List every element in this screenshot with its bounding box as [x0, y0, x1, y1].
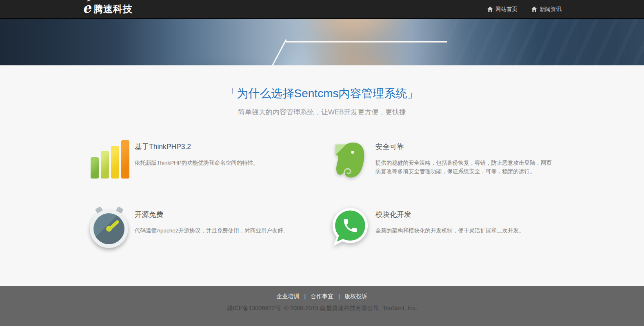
- nav-item-news[interactable]: 新闻资讯: [531, 6, 562, 13]
- decorative-horizontal-line: [286, 41, 447, 42]
- feature-modular: 模块化开发 全新的架构和模块化的开发机制，便于灵活扩展和二次开发。: [322, 207, 562, 247]
- feature-description: 代码遵循Apache2开源协议，并且免费使用，对商业用户友好。: [135, 226, 289, 235]
- feature-grid: 基于ThinkPHP3.2 依托新版ThinkPHP的功能优势和命名空间的特性。…: [82, 139, 562, 247]
- site-header: e 腾速科技 网站首页 新闻资讯: [0, 0, 644, 19]
- feature-thinkphp: 基于ThinkPHP3.2 依托新版ThinkPHP的功能优势和命名空间的特性。: [82, 139, 322, 179]
- feature-security: 安全可靠 提供的稳健的安全策略，包括备份恢复，容错，防止恶意攻击登陆，网页防篡改…: [322, 139, 562, 179]
- main-section: 「为什么选择Sentcms内容管理系统」 简单强大的内容管理系统，让WEB开发更…: [0, 65, 644, 286]
- footer-links: 企业培训 | 合作事宜 | 版权投诉: [0, 293, 644, 300]
- footer-separator: |: [338, 293, 340, 299]
- home-icon: [487, 7, 493, 12]
- feature-title: 开源免费: [135, 210, 289, 219]
- feature-description: 依托新版ThinkPHP的功能优势和命名空间的特性。: [135, 159, 259, 167]
- copyright-text: 赣ICP备13006622号. © 2008-2015 南昌腾速科技有限公司. …: [0, 304, 644, 312]
- feature-description: 全新的架构和模块化的开发机制，便于灵活扩展和二次开发。: [375, 226, 524, 235]
- main-nav: 网站首页 新闻资讯: [487, 6, 562, 13]
- feature-title: 基于ThinkPHP3.2: [135, 142, 259, 152]
- whatsapp-icon: [331, 207, 370, 247]
- nav-item-label: 新闻资讯: [540, 6, 562, 13]
- evernote-elephant-icon: [331, 139, 370, 179]
- footer-separator: |: [304, 293, 306, 299]
- bar-chart-icon: [90, 139, 129, 179]
- page-title: 「为什么选择Sentcms内容管理系统」: [0, 87, 644, 100]
- feature-opensource: 开源免费 代码遵循Apache2开源协议，并且免费使用，对商业用户友好。: [82, 207, 322, 247]
- feature-description: 提供的稳健的安全策略，包括备份恢复，容错，防止恶意攻击登陆，网页防篡改等多项安全…: [375, 159, 553, 176]
- footer-link-cooperation[interactable]: 合作事宜: [311, 293, 333, 299]
- site-logo[interactable]: e 腾速科技: [82, 2, 133, 16]
- footer-link-copyright-complaint[interactable]: 版权投诉: [344, 293, 367, 299]
- footer-link-training[interactable]: 企业培训: [277, 293, 300, 299]
- logo-text: 腾速科技: [93, 3, 133, 16]
- logo-e-icon: e: [82, 1, 91, 15]
- site-footer: 企业培训 | 合作事宜 | 版权投诉 赣ICP备13006622号. © 200…: [0, 286, 644, 326]
- nav-item-label: 网站首页: [495, 6, 517, 13]
- home-icon: [531, 7, 537, 12]
- hero-carousel: [0, 19, 644, 65]
- page-subtitle: 简单强大的内容管理系统，让WEB开发更方便，更快捷: [0, 108, 644, 116]
- stopwatch-icon: [90, 207, 129, 247]
- feature-title: 模块化开发: [375, 210, 524, 219]
- nav-item-home[interactable]: 网站首页: [487, 6, 517, 13]
- feature-title: 安全可靠: [375, 142, 553, 152]
